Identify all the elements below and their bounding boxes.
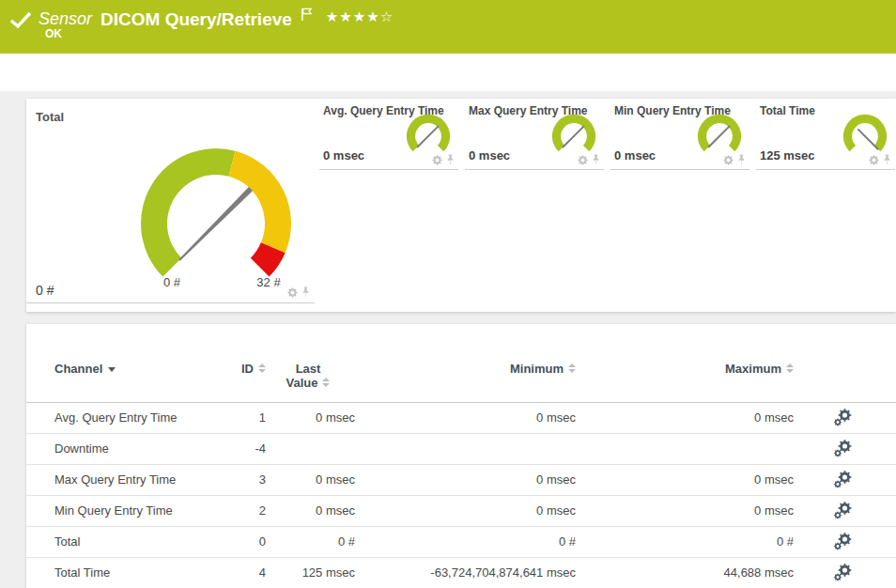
gauge-pin-icon[interactable]: [883, 153, 891, 166]
gauge-needle: [178, 187, 253, 261]
cell-id: 3: [172, 464, 266, 495]
column-header-minimum[interactable]: Minimum: [388, 362, 576, 376]
sensor-status-header: Sensor DICOM Query/Retrieve ★★★★☆ OK: [0, 0, 896, 54]
channel-settings-button[interactable]: [832, 501, 853, 521]
channel-settings-icon: [832, 439, 853, 459]
cell-maximum: 0 msec: [606, 495, 794, 526]
cell-minimum: 0 #: [388, 526, 576, 557]
gauge-value: 125 msec: [760, 148, 815, 162]
check-icon: [9, 10, 32, 29]
gauge-needle: [563, 126, 584, 147]
priority-flag-icon[interactable]: [301, 8, 313, 22]
channel-settings-button[interactable]: [832, 563, 853, 583]
gauge-pin-icon[interactable]: [301, 286, 310, 299]
channel-settings-icon: [832, 501, 853, 521]
channel-settings-icon: [832, 532, 853, 552]
cell-channel: Downtime: [54, 433, 109, 464]
channel-settings-button[interactable]: [832, 532, 853, 552]
cell-id: 1: [172, 402, 266, 433]
table-row: Total Time 4 125 msec -63,724,704,874,64…: [26, 557, 896, 588]
total-gauge-dial: [122, 130, 310, 317]
column-header-id[interactable]: ID: [172, 362, 266, 376]
gauge-value: 0 msec: [323, 148, 364, 162]
cell-last-value: 0 #: [261, 526, 355, 557]
cell-minimum: 0 msec: [388, 495, 576, 526]
gauge-needle: [857, 129, 878, 149]
table-row: Avg. Query Entry Time 1 0 msec 0 msec 0 …: [26, 402, 896, 434]
gauge-settings-icon[interactable]: [722, 154, 734, 166]
gauge-title: Total: [36, 110, 64, 124]
gauge-pin-icon[interactable]: [592, 153, 600, 166]
gauge-settings-icon[interactable]: [286, 286, 299, 299]
cell-channel: Min Query Entry Time: [54, 495, 173, 526]
total-gauge-tile: Total 0 # 32 # 0 #: [26, 99, 315, 303]
column-header-last-value[interactable]: Last Value: [261, 362, 355, 390]
cell-maximum: 0 msec: [606, 402, 794, 433]
gauge-tile: Max Query Entry Time 0 msec: [465, 99, 604, 170]
gauge-pin-icon[interactable]: [737, 153, 746, 166]
cell-channel: Total: [54, 526, 80, 557]
cell-id: 0: [172, 526, 266, 557]
sort-desc-icon: [108, 367, 116, 372]
cell-maximum: 0 msec: [606, 464, 794, 495]
cell-maximum: 44,688 msec: [606, 557, 794, 588]
channel-settings-button[interactable]: [832, 408, 853, 428]
gauge-tile: Avg. Query Entry Time 0 msec: [319, 99, 458, 170]
table-header-row: Channel ID Last Value Minimum Maximum: [26, 352, 896, 403]
table-row: Downtime -4: [26, 433, 896, 465]
cell-last-value: 0 msec: [261, 464, 355, 495]
gauge-needle: [708, 126, 730, 147]
status-badge: OK: [45, 27, 62, 40]
gauge-settings-icon[interactable]: [431, 154, 443, 166]
cell-minimum: 0 msec: [388, 402, 576, 433]
table-row: Min Query Entry Time 2 0 msec 0 msec 0 m…: [26, 495, 896, 527]
gauge-tile: Min Query Entry Time 0 msec: [610, 99, 749, 170]
cell-last-value: 0 msec: [261, 495, 355, 526]
cell-minimum: -63,724,704,874,641 msec: [388, 557, 576, 588]
prtg-sensor-page: Sensor DICOM Query/Retrieve ★★★★☆ OK Ove…: [0, 0, 896, 588]
column-header-maximum[interactable]: Maximum: [606, 362, 794, 376]
gauge-value: 0 msec: [614, 148, 656, 162]
gauge-current-value: 0 #: [36, 283, 54, 298]
page-title: DICOM Query/Retrieve: [100, 9, 292, 30]
cell-channel: Max Query Entry Time: [54, 464, 176, 495]
priority-stars[interactable]: ★★★★☆: [326, 8, 394, 25]
sort-icon: [786, 364, 794, 374]
cell-last-value: 0 msec: [261, 402, 355, 433]
cell-id: 4: [172, 557, 266, 588]
gauge-tile: Total Time 125 msec: [756, 99, 895, 170]
gauge-value: 0 msec: [469, 148, 510, 162]
gauge-pin-icon[interactable]: [446, 153, 455, 166]
sensor-kind-label: Sensor: [39, 9, 92, 29]
gauges-panel: Total 0 # 32 # 0 # Avg. Query Entry T: [26, 99, 896, 312]
sort-icon: [568, 364, 576, 374]
channel-settings-button[interactable]: [832, 470, 853, 490]
cell-id: -4: [172, 433, 266, 464]
channel-table-panel: Channel ID Last Value Minimum Maximum Av…: [26, 324, 896, 588]
gauge-scale-min: 0 #: [144, 275, 200, 289]
gauge-settings-icon[interactable]: [577, 154, 589, 166]
cell-last-value: 125 msec: [261, 557, 355, 588]
column-header-channel[interactable]: Channel: [54, 362, 116, 376]
gauge-title: Total Time: [760, 104, 815, 117]
channel-settings-icon: [832, 563, 853, 583]
gauge-settings-icon[interactable]: [868, 154, 880, 166]
cell-minimum: 0 msec: [388, 464, 576, 495]
sort-icon: [322, 378, 330, 388]
cell-channel: Avg. Query Entry Time: [54, 402, 178, 433]
channel-settings-icon: [832, 408, 853, 428]
tab-bar: Overview Live Data 2 days 30 days 365 da…: [0, 54, 896, 91]
channel-settings-button[interactable]: [832, 439, 853, 459]
table-row: Total 0 0 # 0 # 0 #: [26, 526, 896, 558]
table-row: Max Query Entry Time 3 0 msec 0 msec 0 m…: [26, 464, 896, 496]
cell-maximum: 0 #: [606, 526, 794, 557]
cell-channel: Total Time: [54, 557, 110, 588]
gauge-needle: [417, 126, 439, 147]
channel-settings-icon: [832, 470, 853, 490]
cell-id: 2: [172, 495, 266, 526]
